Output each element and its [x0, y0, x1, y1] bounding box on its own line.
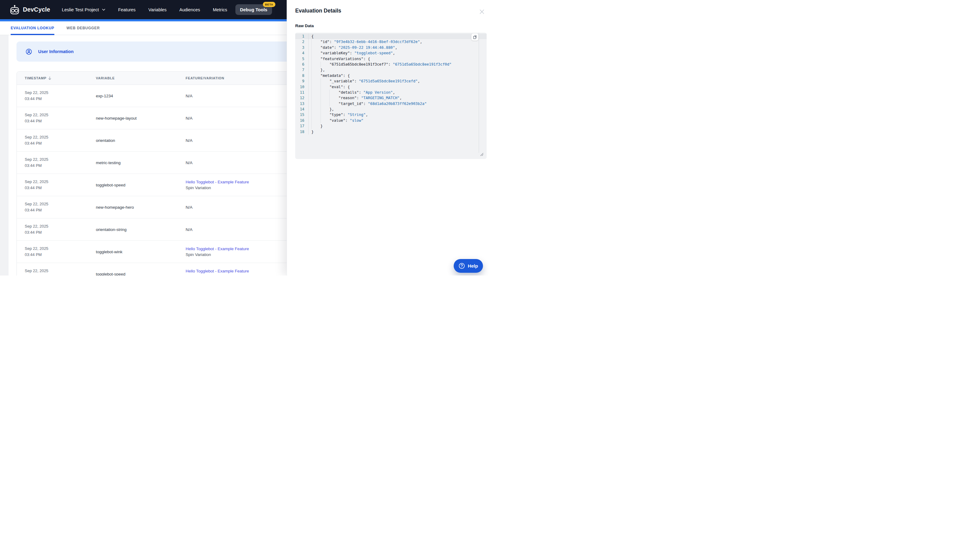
line-number: 5 — [295, 56, 309, 62]
indent-guide — [321, 84, 330, 90]
copy-button[interactable] — [471, 33, 479, 41]
variable-cell: metric-testing — [96, 160, 186, 165]
timestamp-date: Sep 22, 2025 — [25, 179, 96, 185]
timestamp-date: Sep 22, 2025 — [25, 201, 96, 207]
raw-data-label: Raw Data — [295, 24, 314, 28]
json-punctuation: } — [321, 123, 323, 129]
line-number: 16 — [295, 118, 309, 123]
column-header-timestamp[interactable]: TIMESTAMP — [17, 76, 96, 80]
project-selector[interactable]: Leslie Test Project — [62, 7, 105, 12]
timestamp-date: Sep 22, 2025 — [25, 157, 96, 163]
debug-tools-button[interactable]: Debug Tools BETA — [235, 4, 272, 15]
json-string: "togglebot-speed" — [355, 50, 393, 56]
resize-handle[interactable] — [480, 152, 484, 157]
variable-cell: new-homepage-layout — [96, 116, 186, 121]
indent-guide — [329, 95, 339, 101]
code-line: 8"metadata": { — [295, 73, 487, 78]
indent-guide — [312, 118, 321, 123]
json-string: "68d1a6a20b873ff62e903b2a" — [368, 101, 427, 106]
timestamp-cell: Sep 22, 202503:44 PM — [17, 157, 96, 169]
code-line: 9"_variable": "6751d5a65bdc8ee191f3cefd"… — [295, 78, 487, 84]
indent-guide — [321, 101, 330, 106]
json-key: "target_id" — [339, 101, 363, 106]
timestamp-date: Sep 22, 2025 — [25, 134, 96, 140]
timestamp-cell: Sep 22, 202503:44 PM — [17, 223, 96, 235]
debug-tools-label: Debug Tools — [240, 7, 267, 12]
indent-guide — [312, 106, 321, 112]
line-number: 4 — [295, 50, 309, 56]
chevron-down-icon — [102, 8, 105, 11]
code-line: 3"date": "2025-09-22 19:44:46.880", — [295, 45, 487, 50]
indent-guide — [321, 118, 330, 123]
json-string: "6751d5a65bdc8ee191f3cf0d" — [393, 62, 452, 67]
json-key: "id" — [321, 39, 330, 44]
json-string: "TARGETING_MATCH" — [361, 95, 399, 101]
json-string: "2025-09-22 19:44:46.880" — [339, 45, 395, 50]
close-panel-button[interactable] — [479, 8, 485, 15]
help-button[interactable]: Help — [454, 259, 483, 273]
tab-evaluation-lookup[interactable]: EVALUATION LOOKUP — [11, 21, 54, 35]
json-key: "eval" — [329, 84, 343, 90]
json-punctuation: : { — [363, 56, 370, 62]
line-number: 11 — [295, 90, 309, 95]
json-punctuation: : — [329, 39, 334, 44]
timestamp-date: Sep 22, 2025 — [25, 112, 96, 118]
devcycle-logo[interactable]: DevCycle — [9, 4, 50, 15]
nav-item-audiences[interactable]: Audiences — [179, 7, 200, 12]
code-content: } — [309, 129, 313, 135]
indent-guide — [321, 112, 330, 118]
line-number: 14 — [295, 106, 309, 112]
nav-item-variables[interactable]: Variables — [148, 7, 166, 12]
indent-guide — [321, 90, 330, 95]
variable-cell: exp-1234 — [96, 94, 186, 98]
raw-data-code-editor[interactable]: 1{2"id": "9f3e4b32-6ebb-4d16-8bef-03dccf… — [295, 33, 487, 159]
timestamp-time: 03:44 PM — [25, 140, 96, 146]
indent-guide — [312, 123, 321, 129]
code-content: { — [309, 33, 313, 39]
json-punctuation: , — [418, 78, 420, 84]
nav-item-features[interactable]: Features — [118, 7, 135, 12]
indent-guide — [312, 67, 321, 73]
json-string: "6751d5a65bdc8ee191f3cefd" — [359, 78, 418, 84]
beta-badge: BETA — [263, 2, 275, 7]
code-content: "details": "App Version", — [309, 90, 395, 95]
json-punctuation: , — [393, 50, 395, 56]
indent-guide — [312, 78, 321, 84]
code-line: 14}, — [295, 106, 487, 112]
column-header-variable[interactable]: VARIABLE — [96, 76, 186, 80]
nav-item-metrics[interactable]: Metrics — [213, 7, 227, 12]
json-punctuation: : — [345, 118, 350, 123]
line-number: 3 — [295, 45, 309, 50]
code-line: 5"featureVariations": { — [295, 56, 487, 62]
code-line: 10"eval": { — [295, 84, 487, 90]
json-key: "metadata" — [321, 73, 343, 78]
line-number: 18 — [295, 129, 309, 135]
json-punctuation: : — [388, 62, 393, 67]
code-line: 18} — [295, 129, 487, 135]
timestamp-time: 03:44 PM — [25, 252, 96, 258]
indent-guide — [312, 62, 321, 67]
code-content: "6751d5a65bdc8ee191f3cef7": "6751d5a65bd… — [309, 62, 452, 67]
indent-guide — [312, 56, 321, 62]
indent-guide — [312, 90, 321, 95]
variable-cell: orientation-string — [96, 227, 186, 232]
timestamp-header-label: TIMESTAMP — [25, 76, 46, 80]
code-content: "target_id": "68d1a6a20b873ff62e903b2a" — [309, 101, 427, 106]
brand-name: DevCycle — [23, 6, 50, 13]
timestamp-cell: Sep 22, 202503:44 PM — [17, 246, 96, 258]
json-key: "featureVariations" — [321, 56, 364, 62]
code-content: "reason": "TARGETING_MATCH", — [309, 95, 402, 101]
timestamp-time: 03:44 PM — [25, 185, 96, 191]
tab-web-debugger[interactable]: WEB DEBUGGER — [67, 21, 100, 35]
indent-guide — [312, 39, 321, 44]
timestamp-cell: Sep 22, 202503:44 PM — [17, 112, 96, 124]
nav-links: FeaturesVariablesAudiencesMetrics — [118, 7, 227, 12]
json-key: "details" — [339, 90, 359, 95]
timestamp-cell: Sep 22, 202503:44 PM — [17, 134, 96, 146]
code-line: 15"type": "String", — [295, 112, 487, 118]
indent-guide — [312, 45, 321, 50]
code-content: }, — [309, 67, 325, 73]
json-key: "reason" — [339, 95, 356, 101]
timestamp-time: 03:44 PM — [25, 118, 96, 124]
code-content: "value": "slow" — [309, 118, 363, 123]
